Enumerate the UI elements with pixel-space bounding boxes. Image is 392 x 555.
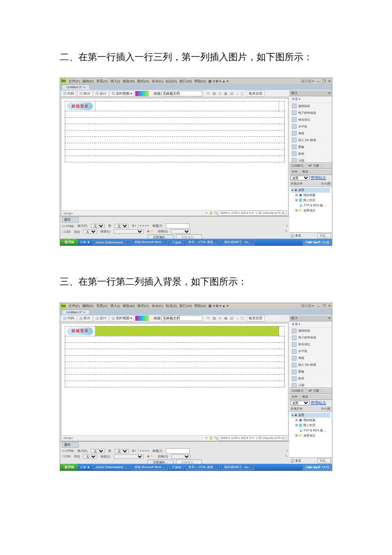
workspace-switcher[interactable]: 设计器 ▾ bbox=[301, 79, 314, 84]
view-code-button[interactable]: 代码 bbox=[61, 90, 76, 97]
layout-glyphs[interactable]: ▦ ▾ ✿ ▾ ▲ ▾ bbox=[208, 304, 228, 308]
table-row[interactable] bbox=[65, 130, 285, 137]
insert-hyperlink[interactable]: 超级链接 bbox=[289, 328, 332, 335]
props-html-tab[interactable]: <> HTML bbox=[62, 225, 74, 228]
check-page-button[interactable]: 检查页面 bbox=[247, 315, 265, 321]
view-design-button[interactable]: 设计 bbox=[93, 90, 109, 97]
tab-files[interactable]: 文件 bbox=[289, 394, 300, 399]
row1-col3-cell[interactable] bbox=[279, 326, 285, 336]
row1-col1-image-cell[interactable]: 邮箱登录 bbox=[65, 326, 95, 336]
tag-selector[interactable]: <body> bbox=[63, 436, 73, 439]
tab-assets[interactable]: 资源 bbox=[300, 169, 311, 174]
help-icon[interactable]: ? bbox=[286, 225, 288, 228]
css-ap-tabs[interactable]: CSS样式 AP 元素 bbox=[289, 388, 332, 394]
tree-desktop-items[interactable]: ⊞ 📁 桌面项目 bbox=[291, 433, 330, 438]
row1-col3-cell[interactable] bbox=[279, 101, 285, 111]
help-icon[interactable]: ? bbox=[286, 449, 288, 452]
menu-modify[interactable]: 修改(M) bbox=[123, 304, 135, 308]
table-row[interactable] bbox=[65, 349, 285, 355]
insert-named-anchor[interactable]: 命名锚记 bbox=[289, 341, 332, 348]
toolbar-icons-group[interactable]: ⟲ ▦ ◷ ▣ ▤ ▵ ▢ bbox=[207, 316, 245, 320]
props-format-select[interactable]: 无 bbox=[91, 224, 105, 228]
props-id-select[interactable]: 无 bbox=[83, 229, 97, 234]
table-row[interactable] bbox=[65, 355, 285, 361]
insert-category-select[interactable]: 常用 ▾ bbox=[289, 321, 332, 328]
menu-command[interactable]: 命令(C) bbox=[152, 79, 163, 84]
menu-format[interactable]: 格式(O) bbox=[137, 304, 149, 308]
design-view[interactable]: 邮箱登录 bbox=[61, 324, 288, 435]
log-button[interactable]: 日志… bbox=[317, 233, 331, 238]
tab-ap[interactable]: AP 元素 bbox=[306, 163, 321, 168]
insert-table[interactable]: 表格 bbox=[289, 355, 332, 362]
table-row[interactable] bbox=[65, 137, 285, 143]
css-ap-tabs[interactable]: CSS样式 AP 元素 bbox=[289, 163, 332, 169]
insert-named-anchor[interactable]: 命名锚记 bbox=[289, 116, 332, 123]
insert-date[interactable]: 日期 bbox=[289, 382, 332, 388]
view-design-button[interactable]: 设计 bbox=[93, 315, 109, 321]
taskbar-item-ico[interactable]: 看好成的样子 - ico… bbox=[221, 464, 254, 470]
table-row[interactable] bbox=[65, 336, 285, 342]
files-assets-tabs[interactable]: 文件 资源 bbox=[289, 394, 332, 400]
props-link-icons[interactable]: ⊕ 📁 bbox=[147, 455, 154, 458]
taskbar-item-dreamweaver[interactable]: Adobe Dreamweaver … bbox=[92, 240, 130, 245]
properties-title[interactable]: 属性 bbox=[62, 442, 79, 448]
taskbar-item-ico[interactable]: 看好成的样子 - ico… bbox=[221, 239, 254, 245]
menu-insert[interactable]: 插入(I) bbox=[110, 304, 121, 308]
taskbar-item-dreamweaver[interactable]: Adobe Dreamweaver … bbox=[92, 465, 130, 469]
window-minimize-icon[interactable]: — bbox=[317, 304, 320, 308]
files-assets-tabs[interactable]: 文件 资源 bbox=[289, 169, 332, 175]
table-row[interactable] bbox=[65, 368, 285, 374]
files-tree[interactable]: ▸ 🖥 桌面 ⊞ 💻 我的电脑 ⊞ 🌐 网上邻居 📡 FTP & RDS 服… … bbox=[289, 187, 332, 214]
table-row[interactable] bbox=[65, 342, 285, 349]
window-restore-icon[interactable]: ❐ bbox=[323, 304, 326, 308]
tag-selector[interactable]: <body> bbox=[63, 212, 73, 215]
taskbar-item-folder[interactable]: F:\java bbox=[169, 240, 184, 245]
menu-site[interactable]: 站点(S) bbox=[166, 304, 177, 308]
select-tool-icon[interactable]: ↖ bbox=[205, 211, 208, 215]
menu-file[interactable]: 文件(F) bbox=[69, 304, 80, 308]
status-info[interactable]: 100% ▾ 1193 x 620 ▾ 6 K / 1 秒 Unicode (U… bbox=[218, 211, 286, 216]
props-target-select[interactable] bbox=[171, 454, 190, 459]
props-html-tab[interactable]: <> HTML bbox=[62, 449, 74, 452]
insert-panel-header[interactable]: 插入▾ bbox=[289, 90, 332, 96]
toolbar-icons-group[interactable]: ⟲ ▦ ◷ ▣ ▤ ▵ ▢ bbox=[207, 92, 245, 95]
menu-edit[interactable]: 编辑(E) bbox=[82, 304, 94, 308]
insert-hr[interactable]: 水平线 bbox=[289, 348, 332, 355]
live-view-button[interactable]: 实时视图 ▾ bbox=[110, 315, 134, 321]
props-title-input[interactable] bbox=[166, 223, 190, 228]
insert-category-select[interactable]: 常用 ▾ bbox=[289, 96, 332, 103]
taskbar-item-html[interactable]: 安卓--- HTML 教程 … bbox=[185, 464, 220, 470]
table-row[interactable] bbox=[65, 381, 285, 387]
taskbar-item-word[interactable]: 邮箱 Microsoft Word … bbox=[132, 239, 168, 245]
menu-command[interactable]: 命令(C) bbox=[152, 304, 163, 308]
tree-network[interactable]: ⊞ 🌐 网上邻居 bbox=[291, 423, 330, 428]
insert-panel-header[interactable]: 插入▾ bbox=[289, 315, 332, 321]
menu-site[interactable]: 站点(S) bbox=[166, 79, 177, 84]
insert-email-link[interactable]: 电子邮件链接 bbox=[289, 110, 332, 116]
props-target-select[interactable] bbox=[171, 229, 190, 234]
hand-tool-icon[interactable]: ✋ bbox=[209, 436, 213, 440]
props-link-icons[interactable]: ⊕ 📁 bbox=[147, 230, 154, 233]
menu-file[interactable]: 文件(F) bbox=[69, 79, 80, 84]
props-format-select[interactable]: 无 bbox=[91, 449, 105, 453]
view-split-button[interactable]: 拆分 bbox=[77, 90, 92, 97]
props-class-select[interactable]: 无 bbox=[115, 449, 129, 453]
window-restore-icon[interactable]: ❐ bbox=[323, 79, 326, 83]
manage-sites-link[interactable]: 管理站点 bbox=[311, 400, 326, 406]
view-code-button[interactable]: 代码 bbox=[61, 315, 76, 321]
taskbar-item-word[interactable]: 邮箱 Microsoft Word … bbox=[132, 464, 168, 470]
table-row[interactable] bbox=[65, 150, 285, 156]
props-id-select[interactable]: 无 bbox=[83, 454, 97, 459]
props-link-select[interactable] bbox=[114, 454, 144, 459]
props-text-format-icons[interactable]: B I ⋮≡ ≡ ≡ ≡ bbox=[132, 224, 149, 228]
page-title-input[interactable] bbox=[161, 315, 202, 321]
hand-tool-icon[interactable]: ✋ bbox=[209, 211, 213, 215]
tab-assets[interactable]: 资源 bbox=[300, 394, 311, 399]
table-row[interactable] bbox=[65, 118, 285, 124]
window-close-icon[interactable]: ✕ bbox=[328, 79, 331, 83]
insert-hyperlink[interactable]: 超级链接 bbox=[289, 103, 332, 110]
tab-css[interactable]: CSS样式 bbox=[289, 388, 306, 393]
design-view[interactable]: 邮箱登录 bbox=[61, 98, 288, 210]
insert-div[interactable]: 插入 Div 标签 bbox=[289, 362, 332, 369]
table-row[interactable] bbox=[65, 361, 285, 368]
